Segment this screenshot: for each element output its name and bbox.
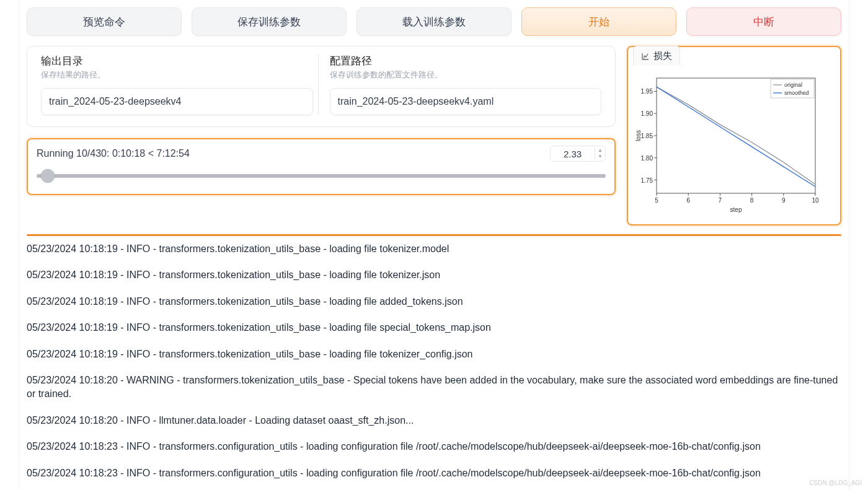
svg-text:original: original — [784, 82, 802, 88]
stepper-up-icon[interactable]: ▲ — [595, 147, 605, 154]
watermark-text: CSDN @LDG_AGI — [809, 479, 862, 486]
log-line: 05/23/2024 10:18:19 - INFO - transformer… — [27, 242, 841, 256]
svg-text:7: 7 — [719, 197, 722, 204]
log-divider — [27, 234, 841, 236]
loss-chart: 1.751.801.851.901.955678910steplossorigi… — [633, 72, 825, 214]
status-text: Running 10/430: 0:10:18 < 7:12:54 — [37, 148, 190, 159]
progress-slider[interactable] — [37, 169, 606, 183]
output-dir-label: 输出目录 — [41, 54, 313, 68]
progress-stepper-value: 2.33 — [551, 149, 595, 159]
config-path-sublabel: 保存训练参数的配置文件路径。 — [330, 69, 602, 81]
load-params-button[interactable]: 载入训练参数 — [356, 7, 512, 36]
svg-text:1.90: 1.90 — [641, 110, 653, 117]
stepper-down-icon[interactable]: ▼ — [595, 154, 605, 160]
svg-text:smoothed: smoothed — [784, 90, 809, 96]
preview-command-button[interactable]: 预览命令 — [27, 7, 182, 36]
chart-icon — [641, 52, 650, 61]
svg-text:loss: loss — [635, 130, 642, 141]
log-line: 05/23/2024 10:18:20 - WARNING - transfor… — [27, 374, 841, 401]
svg-text:step: step — [730, 206, 742, 213]
svg-text:5: 5 — [655, 197, 658, 204]
log-line: 05/23/2024 10:18:23 - INFO - transformer… — [27, 466, 841, 480]
svg-text:1.95: 1.95 — [641, 88, 653, 95]
progress-slider-thumb[interactable] — [41, 169, 55, 183]
svg-text:9: 9 — [782, 197, 786, 204]
log-line: 05/23/2024 10:18:19 - INFO - transformer… — [27, 321, 841, 335]
svg-text:1.85: 1.85 — [641, 133, 653, 139]
config-path-label: 配置路径 — [330, 54, 602, 68]
log-line: 05/23/2024 10:18:19 - INFO - transformer… — [27, 295, 841, 308]
log-line: 05/23/2024 10:18:20 - INFO - llmtuner.da… — [27, 414, 841, 427]
action-button-row: 预览命令 保存训练参数 载入训练参数 开始 中断 — [19, 7, 849, 46]
save-params-button[interactable]: 保存训练参数 — [192, 7, 347, 36]
svg-text:1.75: 1.75 — [641, 177, 653, 184]
config-path-input[interactable] — [330, 88, 602, 115]
log-line: 05/23/2024 10:18:23 - INFO - transformer… — [27, 440, 841, 453]
io-paths-card: 输出目录 保存结果的路径。 配置路径 保存训练参数的配置文件路径。 — [27, 46, 616, 127]
loss-chart-tab[interactable]: 损失 — [633, 46, 680, 66]
svg-text:1.80: 1.80 — [641, 155, 653, 162]
loss-tab-label: 损失 — [653, 50, 672, 62]
progress-stepper[interactable]: 2.33 ▲ ▼ — [550, 146, 606, 162]
log-output: 05/23/2024 10:18:19 - INFO - transformer… — [19, 242, 849, 490]
start-button[interactable]: 开始 — [521, 7, 676, 36]
output-dir-sublabel: 保存结果的路径。 — [41, 69, 313, 81]
svg-text:8: 8 — [750, 197, 754, 204]
output-dir-group: 输出目录 保存结果的路径。 — [36, 54, 318, 115]
log-line: 05/23/2024 10:18:19 - INFO - transformer… — [27, 348, 841, 361]
config-path-group: 配置路径 保存训练参数的配置文件路径。 — [318, 54, 607, 115]
status-card: Running 10/430: 0:10:18 < 7:12:54 2.33 ▲… — [27, 138, 616, 195]
output-dir-input[interactable] — [41, 88, 313, 115]
abort-button[interactable]: 中断 — [686, 7, 841, 36]
svg-text:6: 6 — [686, 197, 690, 204]
loss-chart-card: 损失 1.751.801.851.901.955678910steplossor… — [627, 46, 841, 225]
log-line: 05/23/2024 10:18:19 - INFO - transformer… — [27, 268, 841, 282]
svg-text:10: 10 — [812, 197, 819, 204]
